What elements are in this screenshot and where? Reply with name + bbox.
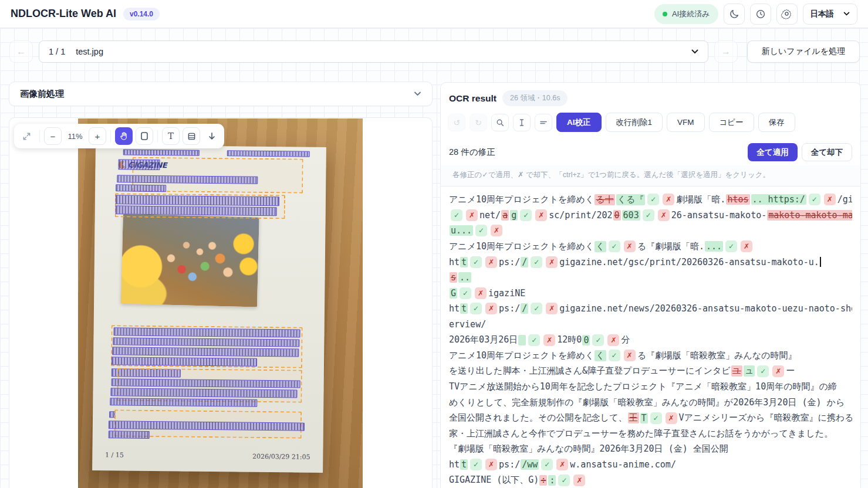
- apply-correction-button[interactable]: ✓: [470, 256, 482, 268]
- dark-mode-button[interactable]: [724, 4, 745, 25]
- ocr-text-region-box[interactable]: [123, 149, 200, 155]
- ocr-result-header: OCR result 26 領域・10.6s: [441, 83, 860, 109]
- fit-screen-button[interactable]: [18, 127, 35, 145]
- apply-correction-button[interactable]: ✓: [531, 256, 542, 268]
- prev-file-button[interactable]: ←: [9, 40, 33, 63]
- redo-button[interactable]: ↻: [470, 114, 487, 131]
- ocr-line: アニメ10周年プロジェクトを締めくく✓✗る『劇場版「暗....✓✗: [449, 239, 852, 255]
- ocr-text-region-box[interactable]: [113, 327, 300, 337]
- undo-icon: ↺: [453, 118, 460, 127]
- deleted-text: ÷: [539, 475, 547, 486]
- reject-correction-button[interactable]: ✗: [663, 194, 674, 205]
- reject-correction-button[interactable]: ✗: [485, 459, 497, 470]
- reject-correction-button[interactable]: ✗: [491, 225, 502, 236]
- reject-correction-button[interactable]: ✗: [824, 194, 836, 205]
- ocr-text-region-box[interactable]: [117, 175, 258, 184]
- ai-correction-button[interactable]: AI校正: [556, 113, 602, 132]
- apply-correction-button[interactable]: ✓: [647, 194, 659, 205]
- preprocess-panel-toggle[interactable]: 画像前処理: [9, 82, 433, 106]
- reject-correction-button[interactable]: ✗: [485, 303, 497, 314]
- save-button[interactable]: 保存: [758, 113, 795, 132]
- apply-correction-button[interactable]: ✓: [531, 303, 542, 314]
- ocr-text-segment: w.ansatsu-anime.com/: [570, 459, 676, 470]
- text-cursor-button[interactable]: [513, 114, 531, 131]
- ocr-text-region-box[interactable]: [115, 184, 166, 192]
- reject-correction-button[interactable]: ✗: [535, 209, 547, 221]
- ocr-text-segment: アニメ10周年プロジェクトを締めく: [449, 241, 594, 252]
- apply-correction-button[interactable]: ✓: [460, 287, 471, 299]
- apply-correction-button[interactable]: ✓: [451, 209, 462, 221]
- inserted-text: T: [640, 413, 648, 423]
- file-select[interactable]: 1 / 1 test.jpg: [39, 40, 708, 63]
- ocr-text-region-box[interactable]: [112, 357, 257, 366]
- apply-correction-button[interactable]: ✓: [470, 303, 482, 314]
- text-tool-button[interactable]: T: [162, 127, 180, 145]
- ocr-text-segment: 家・上江洲誠さんと今作でプロデューサーを務めた障子直登さんにお話をうかがってきま…: [449, 428, 833, 439]
- reject-correction-button[interactable]: ✗: [546, 303, 558, 314]
- ocr-text-region-box[interactable]: [116, 195, 279, 205]
- reject-correction-button[interactable]: ✗: [573, 475, 585, 486]
- zoom-in-button[interactable]: +: [89, 127, 106, 145]
- app-header: NDLOCR-Lite Web AI v0.14.0 AI接続済み 日本語: [0, 0, 868, 28]
- apply-correction-button[interactable]: ✓: [643, 209, 654, 221]
- inserted-text: 603: [622, 210, 640, 221]
- apply-correction-button[interactable]: ✓: [725, 240, 737, 252]
- undo-button[interactable]: ↺: [448, 114, 465, 131]
- apply-correction-button[interactable]: ✓: [609, 350, 620, 361]
- document-photo[interactable]: GIGAZINE 1 / 15 2026/03/29 21:05: [78, 118, 363, 488]
- history-button[interactable]: [750, 4, 771, 25]
- ocr-text-region-box[interactable]: [118, 159, 160, 170]
- copy-button[interactable]: コピー: [709, 113, 754, 132]
- settings-button[interactable]: [776, 4, 798, 25]
- apply-correction-button[interactable]: ✓: [475, 225, 487, 236]
- next-file-button[interactable]: →: [714, 40, 738, 63]
- zoom-out-button[interactable]: −: [44, 127, 62, 145]
- apply-correction-button[interactable]: ✓: [592, 334, 604, 346]
- language-select[interactable]: 日本語: [803, 4, 858, 25]
- apply-correction-button[interactable]: ✓: [558, 475, 570, 486]
- reject-correction-button[interactable]: ✗: [666, 412, 677, 424]
- ocr-text-segment: sc/print/202: [549, 210, 612, 221]
- region-select-tool-button[interactable]: [136, 127, 153, 145]
- vfm-button[interactable]: VFM: [667, 113, 705, 132]
- pan-tool-button[interactable]: [115, 127, 133, 145]
- inserted-text: [518, 335, 526, 345]
- ocr-text-region-box[interactable]: [116, 205, 277, 216]
- apply-correction-button[interactable]: ✓: [541, 459, 553, 470]
- search-button[interactable]: [491, 114, 509, 131]
- zoom-level: 11%: [65, 132, 86, 141]
- apply-correction-button[interactable]: ✓: [809, 194, 820, 205]
- ocr-text-region-box[interactable]: [108, 431, 150, 439]
- apply-correction-button[interactable]: ✓: [757, 365, 769, 377]
- ocr-text-region-box[interactable]: [110, 398, 258, 407]
- reject-correction-button[interactable]: ✗: [556, 459, 568, 470]
- reject-correction-button[interactable]: ✗: [772, 365, 784, 377]
- download-button[interactable]: [203, 127, 221, 145]
- compare-lines-button[interactable]: [535, 114, 552, 131]
- apply-correction-button[interactable]: ✓: [520, 209, 532, 221]
- apply-correction-button[interactable]: ✓: [609, 240, 620, 252]
- ocr-text-segment: ht: [449, 459, 460, 470]
- new-file-button[interactable]: 新しいファイルを処理: [747, 40, 860, 63]
- reject-correction-button[interactable]: ✗: [658, 209, 670, 221]
- apply-correction-button[interactable]: ✓: [528, 334, 540, 346]
- reject-correction-button[interactable]: ✗: [741, 240, 752, 252]
- reject-correction-button[interactable]: ✗: [543, 334, 555, 346]
- reject-correction-button[interactable]: ✗: [546, 256, 558, 268]
- apply-correction-button[interactable]: ✓: [650, 412, 662, 424]
- reject-correction-button[interactable]: ✗: [466, 209, 478, 221]
- reject-correction-button[interactable]: ✗: [624, 350, 636, 361]
- apply-correction-button[interactable]: ✓: [470, 459, 482, 470]
- reject-correction-button[interactable]: ✗: [624, 240, 636, 252]
- inserted-text: /ww: [521, 459, 539, 470]
- inserted-text: t: [460, 459, 468, 470]
- corrections-hint: 各修正の✓で適用、✗ で却下、「ctrl+z」で1つ前に戻る。選んだ後「選択を適…: [441, 165, 860, 187]
- apply-all-button[interactable]: 全て適用: [748, 143, 797, 161]
- reject-correction-button[interactable]: ✗: [475, 287, 487, 299]
- reject-all-button[interactable]: 全て却下: [802, 143, 852, 161]
- reject-correction-button[interactable]: ✗: [485, 256, 497, 268]
- linebreak-removal-button[interactable]: 改行削除1: [606, 113, 663, 132]
- ocr-text-region-box[interactable]: [227, 150, 310, 157]
- reject-correction-button[interactable]: ✗: [607, 334, 619, 346]
- rows-tool-button[interactable]: [183, 127, 200, 145]
